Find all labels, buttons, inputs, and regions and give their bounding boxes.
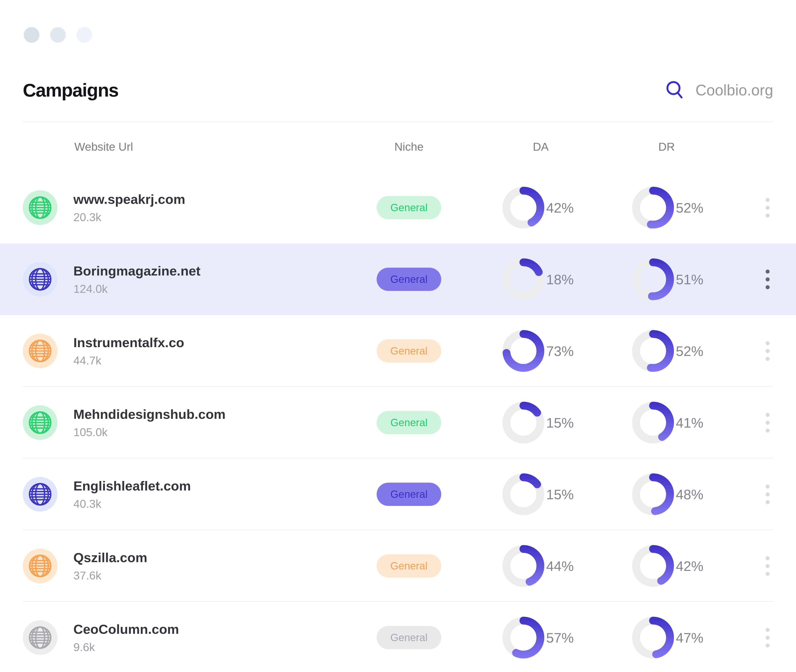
dr-value: 51% — [676, 272, 703, 287]
table-row[interactable]: Instrumentalfx.co 44.7k General 73% 52% — [0, 315, 796, 387]
table-row[interactable]: Boringmagazine.net 124.0k General 18% 51… — [0, 243, 796, 315]
column-header-niche: Niche — [395, 140, 424, 153]
niche-badge: General — [377, 268, 441, 291]
niche-cell: General — [377, 554, 441, 578]
column-header-dr: DR — [620, 140, 713, 153]
page-header: Campaigns Coolbio.org — [23, 71, 773, 109]
dr-progress-ring — [632, 474, 674, 515]
da-cell: 42% — [487, 187, 620, 229]
dr-cell: 47% — [620, 617, 753, 658]
dr-value: 52% — [676, 343, 703, 359]
globe-avatar — [23, 334, 58, 368]
window-dot-2[interactable] — [50, 27, 66, 43]
dr-cell: 52% — [620, 187, 753, 229]
da-value: 73% — [546, 343, 574, 359]
dr-value: 47% — [676, 630, 703, 646]
da-progress-ring — [502, 402, 544, 443]
globe-icon — [28, 482, 53, 507]
traffic-count: 44.7k — [73, 354, 331, 367]
da-cell: 18% — [487, 258, 620, 300]
website-url: Boringmagazine.net — [73, 263, 331, 278]
globe-icon — [28, 410, 53, 435]
niche-badge: General — [377, 196, 441, 219]
da-cell: 15% — [487, 402, 620, 443]
window-controls — [0, 0, 796, 43]
da-value: 15% — [546, 415, 574, 431]
table-row[interactable]: Mehndidesignshub.com 105.0k General 15% … — [0, 387, 796, 458]
da-value: 57% — [546, 630, 574, 646]
window-dot-3[interactable] — [77, 27, 92, 43]
da-cell: 44% — [487, 545, 620, 587]
kebab-menu-icon[interactable] — [763, 625, 772, 650]
dr-cell: 48% — [620, 474, 753, 515]
website-url: Mehndidesignshub.com — [73, 406, 331, 422]
da-progress-ring — [502, 187, 544, 229]
traffic-count: 37.6k — [73, 569, 331, 582]
niche-badge: General — [377, 483, 441, 506]
dr-cell: 51% — [620, 258, 753, 300]
dr-progress-ring — [632, 402, 674, 443]
kebab-menu-icon[interactable] — [763, 195, 772, 221]
niche-cell: General — [377, 339, 441, 363]
globe-avatar — [23, 549, 58, 583]
website-cell: Englishleaflet.com 40.3k — [58, 478, 331, 510]
dr-progress-ring — [632, 545, 674, 587]
table-row[interactable]: Englishleaflet.com 40.3k General 15% 48% — [0, 458, 796, 530]
niche-cell: General — [377, 268, 441, 291]
niche-cell: General — [377, 411, 441, 434]
traffic-count: 40.3k — [73, 498, 331, 510]
website-cell: Boringmagazine.net 124.0k — [58, 263, 331, 295]
globe-icon — [28, 195, 53, 220]
kebab-menu-icon[interactable] — [763, 267, 772, 292]
website-url: Qszilla.com — [73, 550, 331, 565]
dr-value: 52% — [676, 200, 703, 216]
da-value: 44% — [546, 558, 574, 574]
column-header-da: DA — [487, 140, 594, 153]
da-cell: 73% — [487, 330, 620, 372]
da-progress-ring — [502, 474, 544, 515]
globe-avatar — [23, 405, 58, 440]
niche-cell: General — [377, 626, 441, 649]
da-cell: 57% — [487, 617, 620, 658]
globe-icon — [28, 554, 53, 578]
da-value: 18% — [546, 272, 574, 287]
niche-cell: General — [377, 483, 441, 506]
website-cell: Mehndidesignshub.com 105.0k — [58, 406, 331, 439]
globe-avatar — [23, 620, 58, 655]
da-value: 42% — [546, 200, 574, 216]
dr-cell: 41% — [620, 402, 753, 443]
table-row[interactable]: Qszilla.com 37.6k General 44% 42% — [0, 530, 796, 602]
website-url: CeoColumn.com — [73, 621, 331, 637]
app-window: Campaigns Coolbio.org Website Url Niche … — [0, 0, 796, 672]
dr-progress-ring — [632, 330, 674, 372]
website-cell: Instrumentalfx.co 44.7k — [58, 335, 331, 367]
column-header-website-url: Website Url — [23, 140, 331, 153]
da-progress-ring — [502, 545, 544, 587]
dr-progress-ring — [632, 617, 674, 658]
kebab-menu-icon[interactable] — [763, 410, 772, 435]
globe-icon — [28, 267, 53, 292]
globe-avatar — [23, 477, 58, 512]
traffic-count: 124.0k — [73, 282, 331, 295]
website-cell: Qszilla.com 37.6k — [58, 550, 331, 582]
website-cell: www.speakrj.com 20.3k — [58, 192, 331, 224]
da-progress-ring — [502, 617, 544, 658]
niche-badge: General — [377, 339, 441, 363]
kebab-menu-icon[interactable] — [763, 338, 772, 364]
table-row[interactable]: www.speakrj.com 20.3k General 42% 52% — [0, 172, 796, 243]
search-query-text: Coolbio.org — [696, 82, 773, 99]
campaigns-table-body: www.speakrj.com 20.3k General 42% 52% — [0, 172, 796, 672]
table-row[interactable]: CeoColumn.com 9.6k General 57% 47% — [0, 602, 796, 672]
search-box[interactable]: Coolbio.org — [665, 80, 773, 101]
kebab-menu-icon[interactable] — [763, 482, 772, 507]
niche-cell: General — [377, 196, 441, 219]
niche-badge: General — [377, 411, 441, 434]
globe-icon — [28, 625, 53, 650]
table-header: Website Url Niche DA DR — [0, 122, 796, 172]
dr-progress-ring — [632, 187, 674, 229]
da-cell: 15% — [487, 474, 620, 515]
kebab-menu-icon[interactable] — [763, 554, 772, 579]
dr-value: 48% — [676, 486, 703, 502]
window-dot-1[interactable] — [24, 27, 39, 43]
website-url: Englishleaflet.com — [73, 478, 331, 494]
